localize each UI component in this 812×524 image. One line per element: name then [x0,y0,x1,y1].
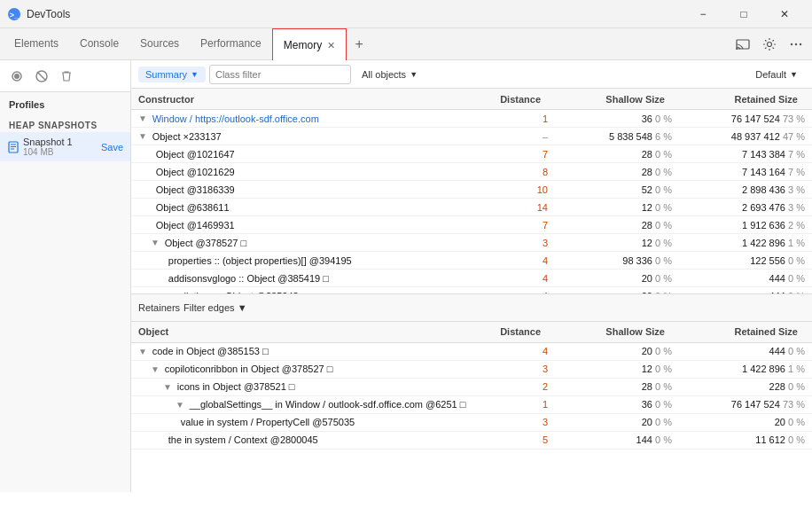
all-objects-dropdown[interactable]: All objects ▼ [355,66,425,82]
ret-col-object-header: Object [131,326,477,337]
expand-icon[interactable] [176,418,178,427]
table-row[interactable]: ▼ copiloticonribbon in Object @378527 □ … [131,361,812,379]
svg-point-9 [14,74,20,79]
settings-button[interactable] [757,32,782,57]
expand-icon[interactable]: ▼ [138,131,150,141]
memory-tab-close[interactable]: ✕ [327,40,335,51]
close-button[interactable]: ✕ [764,0,805,28]
default-dropdown[interactable]: Default ▼ [748,66,805,82]
table-header-row: Constructor Distance Shallow Size Retain… [131,89,812,110]
filter-edges-chevron: ▼ [238,302,247,313]
sidebar-toolbar [0,60,130,92]
record-button[interactable] [5,65,28,88]
expand-icon[interactable] [151,167,153,176]
expand-icon[interactable] [163,435,166,445]
table-row[interactable]: ▼ Object @378527 □ 3 12 0 % 1 422 896 1 … [131,234,812,252]
svg-point-4 [768,42,772,46]
expand-icon[interactable]: ▼ [138,113,150,123]
snapshot-1-item[interactable]: Snapshot 1 104 MB Save [0,132,130,161]
table-row[interactable]: ▼ icons in Object @378521 □ 2 28 0 % 228… [131,379,812,396]
cast-button[interactable] [730,32,755,57]
svg-point-5 [791,43,792,44]
col-constructor-header: Constructor [131,94,477,105]
col-distance-header: Distance [477,94,548,105]
filter-edges-dropdown[interactable]: Filter edges ▼ [183,302,246,313]
add-tab-button[interactable]: + [347,32,371,57]
table-row[interactable]: the in system / Context @2800045 5 144 0… [131,432,812,450]
title-bar: >_ DevTools − □ ✕ [0,0,812,28]
tab-console[interactable]: Console [69,28,129,60]
table-row[interactable]: Object @1021629 8 28 0 % 7 143 164 7 % [131,163,812,181]
summary-toolbar: Summary ▼ All objects ▼ Default ▼ [131,60,812,89]
save-snapshot-button[interactable]: Save [101,142,123,153]
snapshot-1-size: 104 MB [23,147,98,157]
main-area: Profiles HEAP SNAPSHOTS Snapshot 1 104 M… [0,60,812,492]
table-row[interactable]: copiloticon :: Object @385043 □ 4 20 0 %… [131,287,812,293]
content-area: Summary ▼ All objects ▼ Default ▼ Constr… [131,60,812,492]
table-row[interactable]: Object @638611 14 12 0 % 2 693 476 3 % [131,199,812,216]
svg-point-6 [795,43,797,44]
table-row[interactable]: ▼ Object ×233137 – 5 838 548 6 % 48 937 … [131,128,812,145]
svg-point-3 [736,48,738,50]
default-chevron: ▼ [790,70,798,79]
expand-icon[interactable] [151,220,153,230]
retainer-header-row: Object Distance Shallow Size Retained Si… [131,322,812,343]
tab-performance[interactable]: Performance [190,28,272,60]
devtools-icon: >_ [7,7,21,21]
table-row[interactable]: ▼ code in Object @385153 □ 4 20 0 % 444 … [131,343,812,361]
col-shallow-header: Shallow Size [548,94,672,105]
table-row[interactable]: properties :: (object properties)[] @394… [131,252,812,270]
cast-icon [736,37,750,51]
expand-icon[interactable] [151,149,153,159]
expand-icon[interactable]: ▼ [151,238,162,247]
delete-button[interactable] [55,65,78,88]
retainers-label: Retainers [138,302,180,313]
table-row[interactable]: Object @1021647 7 28 0 % 7 143 384 7 % [131,145,812,163]
snapshot-icon [7,141,20,153]
expand-icon[interactable]: ▼ [163,382,175,392]
summary-chevron: ▼ [191,70,199,79]
expand-icon[interactable] [163,273,166,283]
table-row[interactable]: Object @3186339 10 52 0 % 2 898 436 3 % [131,181,812,199]
table-row[interactable]: ▼ __globalSettings__ in Window / outlook… [131,396,812,414]
app-title: DevTools [27,8,683,20]
table-row[interactable]: Object @1469931 7 28 0 % 1 912 636 2 % [131,216,812,234]
ret-col-shallow-header: Shallow Size [548,326,672,337]
minimize-button[interactable]: − [683,0,723,28]
svg-line-11 [37,72,46,81]
snapshot-1-label: Snapshot 1 [23,137,98,147]
tab-memory[interactable]: Memory ✕ [272,28,347,60]
gear-icon [762,37,777,51]
more-button[interactable] [784,32,808,57]
summary-button[interactable]: Summary ▼ [138,66,206,82]
tab-sources[interactable]: Sources [129,28,190,60]
profiles-title: Profiles [0,92,130,117]
lower-table-body: ▼ code in Object @385153 □ 4 20 0 % 444 … [131,343,812,476]
ret-col-distance-header: Distance [477,326,548,337]
clear-button[interactable] [30,65,53,88]
expand-icon[interactable] [151,184,153,194]
expand-icon[interactable]: ▼ [176,400,187,410]
expand-icon[interactable] [163,255,166,265]
expand-icon[interactable]: ▼ [138,347,150,356]
more-icon [789,37,803,51]
expand-icon[interactable] [151,202,153,212]
table-row[interactable]: value in system / PropertyCell @575035 3… [131,414,812,432]
ret-col-retained-header: Retained Size [672,326,805,337]
table-row[interactable]: ▼ Window / https://outlook-sdf.office.co… [131,110,812,128]
expand-icon[interactable]: ▼ [151,364,162,374]
tab-bar: Elements Console Sources Performance Mem… [0,28,812,60]
upper-table: Constructor Distance Shallow Size Retain… [131,89,812,293]
lower-table: Object Distance Shallow Size Retained Si… [131,322,812,492]
svg-text:>_: >_ [10,11,20,20]
col-retained-header: Retained Size [672,94,805,105]
tab-elements[interactable]: Elements [4,28,69,60]
class-filter-input[interactable] [209,65,351,84]
maximize-button[interactable]: □ [723,0,764,28]
table-row[interactable]: addisonsvglogo :: Object @385419 □ 4 20 … [131,270,812,287]
retainer-divider: Retainers Filter edges ▼ [131,293,812,322]
svg-point-7 [800,43,801,44]
upper-table-body: ▼ Window / https://outlook-sdf.office.co… [131,110,812,293]
sidebar: Profiles HEAP SNAPSHOTS Snapshot 1 104 M… [0,60,131,492]
heap-snapshots-title: HEAP SNAPSHOTS [0,117,130,132]
